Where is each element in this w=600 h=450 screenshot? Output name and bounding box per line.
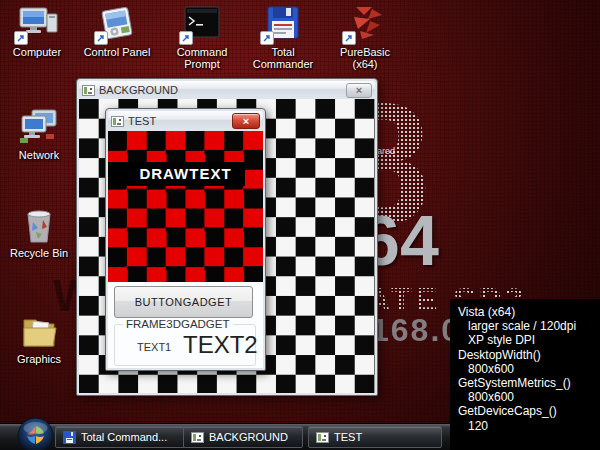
recycle-bin-icon <box>16 206 62 246</box>
text2-gadget: TEXT2 <box>183 331 258 359</box>
info-line: 800x600 <box>458 362 600 376</box>
form-icon <box>191 432 204 443</box>
info-line: GetDeviceCaps_() <box>458 404 600 418</box>
info-line: GetSystemMetrics_() <box>458 376 600 390</box>
test-window: TEST × DRAWTEXT BUTTONGADGET FRAME3DGADG… <box>105 108 266 371</box>
desktop-icon-total-commander[interactable]: Total Commander <box>246 5 320 70</box>
form-icon <box>316 432 329 443</box>
desktop-icon-label: Computer <box>0 46 74 58</box>
desktop: 8 64 ATE SP3 168.0 ared W Computer <box>0 0 600 450</box>
test-window-panel: BUTTONGADGET FRAME3DGADGET TEXT1 TEXT2 <box>108 282 263 368</box>
drawtext-label: DRAWTEXT <box>108 165 263 182</box>
frame3dgadget-frame: FRAME3DGADGET TEXT1 TEXT2 <box>114 324 256 366</box>
desktop-icon-network[interactable]: Network <box>2 108 76 161</box>
wallpaper-shared-text: ared <box>377 147 395 156</box>
computer-icon <box>14 5 60 45</box>
form-icon <box>82 85 95 96</box>
background-window-title: BACKGROUND <box>99 84 342 96</box>
test-window-title: TEST <box>128 115 228 127</box>
desktop-icon-label: Total Commander <box>246 46 320 70</box>
info-line: 120 <box>458 419 600 433</box>
desktop-icon-purebasic[interactable]: PureBasic (x64) <box>328 5 402 70</box>
shortcut-arrow-icon <box>260 31 274 45</box>
info-line: XP style DPI <box>458 333 600 347</box>
command-prompt-icon <box>179 5 225 45</box>
form-icon <box>111 116 124 127</box>
graphics-icon <box>16 312 62 352</box>
close-button[interactable]: × <box>232 113 260 129</box>
desktop-icon-command-prompt[interactable]: Command Prompt <box>165 5 239 70</box>
desktop-icon-label: Graphics <box>2 353 76 365</box>
info-line: Vista (x64) <box>458 305 600 319</box>
shortcut-arrow-icon <box>14 31 28 45</box>
info-line: DesktopWidth() <box>458 348 600 362</box>
desktop-icon-computer[interactable]: Computer <box>0 5 74 58</box>
desktop-icon-label: Network <box>2 149 76 161</box>
purebasic-icon <box>342 5 388 45</box>
shortcut-arrow-icon <box>342 31 356 45</box>
desktop-icon-label: PureBasic (x64) <box>328 46 402 70</box>
control-panel-icon <box>94 5 140 45</box>
frame-label: FRAME3DGADGET <box>123 318 233 330</box>
info-line: larger scale / 120dpi <box>458 319 600 333</box>
total-commander-icon <box>260 5 306 45</box>
shortcut-arrow-icon <box>179 31 193 45</box>
dpi-info-box: Vista (x64) larger scale / 120dpi XP sty… <box>450 299 600 450</box>
desktop-icon-recycle-bin[interactable]: Recycle Bin <box>2 206 76 259</box>
background-window-titlebar[interactable]: BACKGROUND × <box>79 81 375 99</box>
start-button[interactable] <box>17 417 54 450</box>
taskbar-button-label: Total Command... <box>81 431 167 443</box>
close-button[interactable]: × <box>346 83 372 98</box>
shortcut-arrow-icon <box>94 31 108 45</box>
desktop-icon-label: Command Prompt <box>165 46 239 70</box>
info-line: 800x600 <box>458 390 600 404</box>
taskbar-button-label: TEST <box>334 431 362 443</box>
taskbar-button-total-commander[interactable]: Total Command... <box>55 426 191 448</box>
desktop-icon-label: Recycle Bin <box>2 247 76 259</box>
test-window-canvas: DRAWTEXT <box>108 131 263 282</box>
taskbar-button-test[interactable]: TEST <box>308 426 442 448</box>
network-icon <box>16 108 62 148</box>
test-window-titlebar[interactable]: TEST × <box>108 111 263 131</box>
desktop-icon-graphics[interactable]: Graphics <box>2 312 76 365</box>
desktop-icon-label: Control Panel <box>80 46 154 58</box>
text1-gadget: TEXT1 <box>137 341 171 353</box>
wallpaper-ip-text: 168.0 <box>371 314 461 346</box>
desktop-icon-control-panel[interactable]: Control Panel <box>80 5 154 58</box>
buttongadget-button[interactable]: BUTTONGADGET <box>114 286 253 318</box>
taskbar-button-label: BACKGROUND <box>209 431 288 443</box>
taskbar-button-background[interactable]: BACKGROUND <box>183 426 303 448</box>
total-commander-icon <box>63 431 76 444</box>
